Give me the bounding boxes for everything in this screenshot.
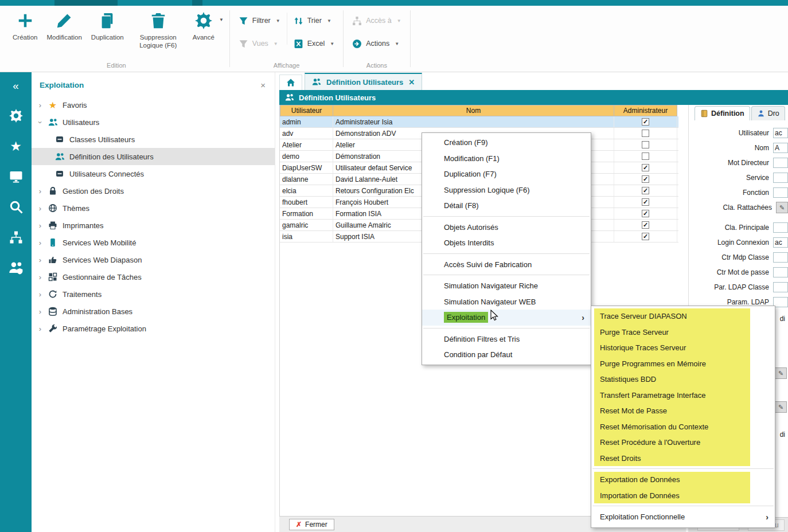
menu-item-detail[interactable]: Détail (F8) (422, 198, 591, 214)
edit-pencil-button[interactable]: ✎ (775, 401, 787, 413)
header-nom[interactable]: Nom (333, 105, 614, 116)
creation-button[interactable]: Création (8, 7, 42, 42)
submenu-item-reset-memorisation[interactable]: Reset Mémorisation du Contexte (594, 419, 750, 435)
tab-close-icon[interactable]: ✕ (408, 78, 415, 87)
nav-item-gestion-droits[interactable]: › Gestion des Droits (32, 182, 275, 200)
submenu-item-reset-droits[interactable]: Reset Droits (594, 451, 750, 467)
trier-dropdown-arrow-icon[interactable]: ▼ (327, 18, 331, 24)
modification-button[interactable]: Modification (42, 7, 86, 42)
menu-item-condition-par-defaut[interactable]: Condition par Défaut (422, 347, 591, 363)
admin-checkbox[interactable] (642, 152, 649, 160)
ctr-mot-de-passe-input[interactable] (773, 267, 788, 277)
admin-checkbox[interactable] (642, 233, 649, 240)
nav-item-utilisateurs-connectes[interactable]: Utilisateurs Connectés (32, 165, 275, 182)
vues-button[interactable]: Vues ▼ (235, 37, 284, 50)
cla-principale-input[interactable] (773, 222, 788, 233)
menu-item-objets-autorises[interactable]: Objets Autorisés (422, 220, 591, 236)
submenu-item-transfert-parametrage[interactable]: Transfert Parametrage Interface (594, 388, 750, 404)
chevron-right-icon[interactable]: › (37, 101, 43, 109)
submenu-item-purge-programmes[interactable]: Purge Programmes en Mémoire (594, 356, 750, 372)
menu-item-acces-suivi-fabrication[interactable]: Accès Suivi de Fabrication (422, 257, 591, 273)
chevron-down-icon[interactable]: › (36, 119, 45, 125)
submenu-item-purge-trace-serveur[interactable]: Purge Trace Serveur (594, 324, 750, 341)
hierarchy-icon[interactable] (7, 229, 25, 246)
submenu-item-exportation-donnees[interactable]: Exportation de Données (594, 472, 750, 488)
nav-item-imprimantes[interactable]: › Imprimantes (32, 217, 275, 234)
nav-item-themes[interactable]: › Thèmes (32, 200, 275, 217)
chevron-right-icon[interactable]: › (37, 256, 43, 264)
avance-dropdown-arrow-icon[interactable]: ▼ (219, 17, 224, 22)
nav-item-parametrage-exploitation[interactable]: › Paramétrage Exploitation (32, 320, 275, 337)
actions-button[interactable]: Actions ▼ (348, 37, 405, 50)
submenu-item-importation-donnees[interactable]: Importation de Données (594, 488, 750, 504)
chevron-right-icon[interactable]: › (37, 307, 43, 316)
nom-input[interactable]: A (773, 143, 788, 153)
menu-item-creation[interactable]: Création (F9) (422, 135, 591, 151)
edit-pencil-button[interactable]: ✎ (775, 367, 787, 379)
filtrer-dropdown-arrow-icon[interactable]: ▼ (276, 18, 280, 24)
submenu-item-exploitation-fonctionnelle[interactable]: Exploitation Fonctionnelle › (591, 509, 775, 525)
navigator-close-icon[interactable]: × (260, 81, 266, 89)
edit-pencil-button[interactable]: ✎ (776, 202, 788, 213)
chevron-right-icon[interactable]: › (37, 187, 43, 195)
actions-dropdown-arrow-icon[interactable]: ▼ (395, 41, 399, 46)
suppression-button[interactable]: Suppression Logique (F6) (128, 7, 188, 51)
nav-item-classes-utilisateurs[interactable]: Classes Utilisateurs (32, 131, 275, 148)
chevron-right-icon[interactable]: › (37, 204, 43, 213)
excel-button[interactable]: Excel ▼ (290, 37, 339, 50)
nav-item-traitements[interactable]: › Traitements (32, 285, 275, 303)
ctr-mdp-classe-input[interactable] (773, 252, 788, 263)
monitor-icon[interactable] (7, 168, 25, 185)
tab-definition-utilisateurs[interactable]: Définition Utilisateurs ✕ (305, 73, 422, 90)
nav-item-services-web-mobilite[interactable]: › Services Web Mobilité (32, 234, 275, 251)
nav-item-favoris[interactable]: › ★ Favoris (32, 96, 275, 114)
users-admin-icon[interactable] (7, 259, 25, 276)
chevron-right-icon[interactable]: › (37, 238, 43, 247)
search-icon[interactable] (7, 198, 25, 216)
duplication-button[interactable]: Duplication (87, 7, 128, 42)
excel-dropdown-arrow-icon[interactable]: ▼ (330, 41, 334, 46)
nav-item-services-web-diapason[interactable]: › Services Web Diapason (32, 251, 275, 268)
submenu-item-reset-procedure[interactable]: Reset Procédure à l'Ouverture (594, 435, 750, 451)
nav-item-gestionnaire-taches[interactable]: › Gestionnaire de Tâches (32, 268, 275, 285)
admin-checkbox[interactable] (642, 221, 649, 229)
admin-checkbox[interactable] (642, 210, 649, 217)
menu-item-exploitation[interactable]: Exploitation › (422, 310, 591, 326)
menu-item-simulation-navigateur-web[interactable]: Simulation Navigateur WEB (422, 294, 591, 310)
submenu-item-historique-traces[interactable]: Historique Traces Serveur (594, 340, 750, 356)
filtrer-button[interactable]: Filtrer ▼ (235, 14, 284, 28)
nav-item-utilisateurs[interactable]: › Utilisateurs (32, 114, 275, 131)
fermer-button[interactable]: ✗ Fermer (289, 519, 334, 530)
admin-checkbox[interactable] (642, 187, 649, 194)
menu-item-simulation-navigateur-riche[interactable]: Simulation Navigateur Riche (422, 278, 591, 294)
header-administrateur[interactable]: Administrateur (614, 105, 677, 116)
service-input[interactable] (773, 173, 788, 183)
fonction-input[interactable] (773, 187, 788, 198)
collapse-sidebar-icon[interactable]: « (7, 77, 25, 94)
admin-checkbox[interactable] (642, 175, 649, 183)
submenu-item-reset-mot-de-passe[interactable]: Reset Mot de Passe (594, 403, 750, 419)
menu-item-suppression[interactable]: Suppression Logique (F6) (422, 182, 591, 198)
login-connexion-input[interactable]: ac (773, 237, 788, 248)
menu-item-duplication[interactable]: Duplication (F7) (422, 166, 591, 182)
header-utilisateur[interactable]: Utilisateur (280, 105, 333, 116)
favorites-star-icon[interactable]: ★ (7, 138, 25, 155)
nav-item-administration-bases[interactable]: › Administration Bases (32, 303, 275, 320)
trier-button[interactable]: Trier ▼ (290, 14, 339, 28)
menu-item-modification[interactable]: Modification (F1) (422, 151, 591, 167)
admin-checkbox[interactable] (642, 118, 649, 126)
avance-button[interactable]: Avancé (188, 7, 219, 42)
tab-definition[interactable]: Définition (695, 106, 750, 120)
menu-item-definition-filtres-tris[interactable]: Définition Filtres et Tris (422, 331, 591, 347)
admin-checkbox[interactable] (642, 141, 649, 148)
utilisateur-input[interactable]: ac (773, 128, 788, 138)
par-ldap-classe-input[interactable] (773, 282, 788, 292)
submenu-item-statistiques-bdd[interactable]: Statistiques BDD (594, 371, 750, 388)
chevron-right-icon[interactable]: › (37, 221, 43, 230)
menu-item-objets-interdits[interactable]: Objets Interdits (422, 235, 591, 251)
home-tab[interactable] (279, 75, 302, 90)
chevron-right-icon[interactable]: › (37, 324, 43, 333)
admin-checkbox[interactable] (642, 164, 649, 171)
chevron-right-icon[interactable]: › (37, 273, 43, 281)
submenu-item-trace-serveur[interactable]: Trace Serveur DIAPASON (594, 308, 750, 324)
